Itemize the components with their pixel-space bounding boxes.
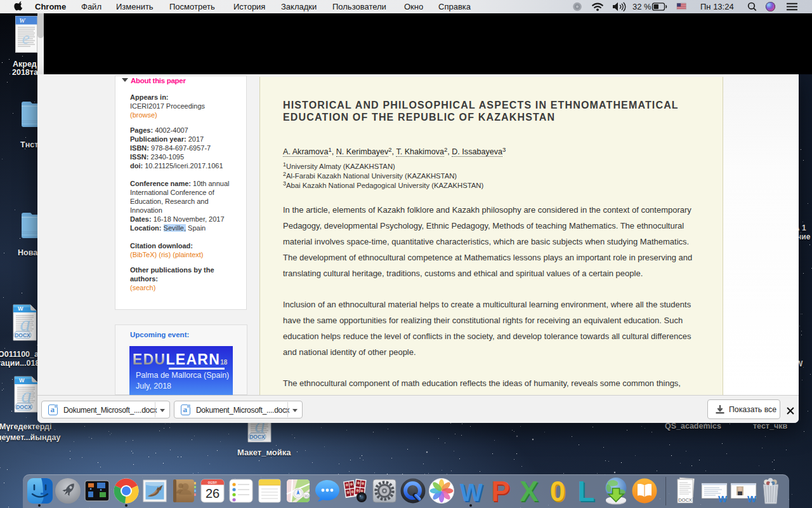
svg-text:W: W [18, 305, 23, 312]
svg-text:0: 0 [550, 476, 565, 505]
svg-text:W: W [19, 377, 25, 384]
svg-text:W: W [460, 479, 483, 505]
svg-text:26: 26 [206, 486, 219, 500]
svg-text:DOCX: DOCX [16, 404, 32, 410]
svg-text:DOCX: DOCX [15, 332, 30, 338]
svg-text:e: e [22, 28, 30, 48]
svg-text:X: X [520, 476, 538, 505]
svg-text:DOCX: DOCX [678, 497, 692, 503]
svg-text:3D: 3D [304, 494, 309, 498]
svg-text:P: P [491, 476, 509, 505]
svg-text:DOCX: DOCX [249, 434, 265, 440]
svg-text:L: L [578, 476, 595, 505]
svg-text:W: W [19, 17, 26, 24]
svg-text:W: W [718, 493, 728, 504]
svg-text:ФЕВР.: ФЕВР. [208, 481, 218, 485]
svg-text:W: W [747, 493, 757, 504]
